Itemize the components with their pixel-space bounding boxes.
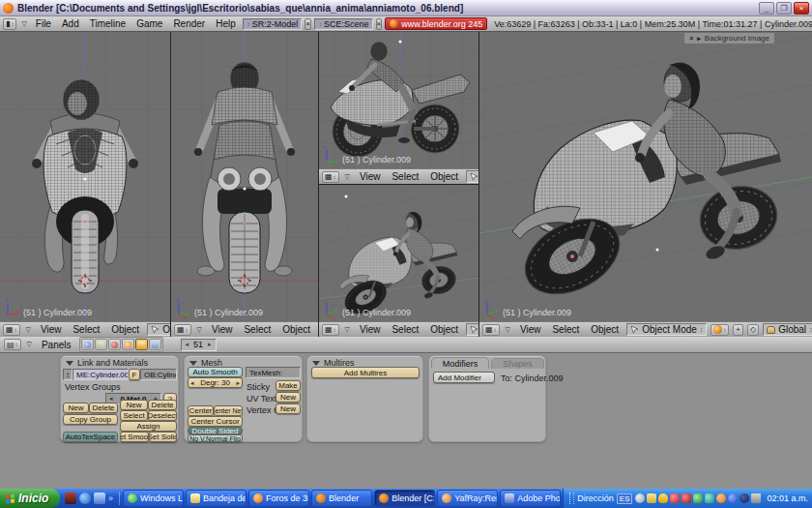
material-delete-button[interactable]: Delete (148, 400, 177, 410)
task-button-mail[interactable]: Bandeja de entrada -... (186, 490, 246, 507)
close-button[interactable]: × (794, 2, 809, 15)
frame-increment-icon[interactable]: ▸ (208, 341, 212, 348)
background-image-panel[interactable]: × ▸ Background Image (683, 32, 775, 45)
task-button-blender[interactable]: Blender (311, 490, 372, 507)
panel-collapse-icon[interactable] (312, 361, 320, 366)
coord-space-dropdown[interactable]: Global ↕ (763, 323, 812, 336)
frame-number-stepper[interactable]: ◂ 51 ▸ (181, 339, 217, 351)
quick-launch-icon-2[interactable] (79, 493, 91, 504)
center-button[interactable]: Center (188, 405, 214, 416)
deselect-button[interactable]: Deselect (148, 410, 177, 421)
editor-type-button[interactable]: ▦↕ (174, 324, 191, 336)
menu-timeline[interactable]: Timeline (90, 18, 126, 29)
center-new-button[interactable]: Center New (214, 405, 243, 416)
editor-type-button[interactable]: ▮↕ (3, 18, 16, 30)
header-collapse-icon[interactable]: ▽ (26, 326, 31, 334)
physics-context-icon[interactable] (149, 339, 161, 350)
degr-slider[interactable]: ◂Degr: 30▸ (188, 377, 243, 388)
frame-decrement-icon[interactable]: ◂ (186, 341, 189, 348)
vertex-color-new-button[interactable]: New (276, 403, 301, 414)
scene-selector[interactable]: ↕SCE:Scene (314, 18, 373, 30)
center-cursor-button[interactable]: Center Cursor (188, 416, 243, 427)
editor-type-button[interactable]: ▦↕ (322, 171, 339, 183)
language-indicator[interactable]: ES (617, 493, 633, 504)
editor-type-button[interactable]: ▦↕ (482, 324, 500, 336)
viewport-back-canvas[interactable]: z (51 ) Cylinder.009 (171, 32, 318, 321)
menu-game[interactable]: Game (136, 18, 162, 29)
direccion-toolbar-label[interactable]: Dirección (577, 493, 614, 503)
script-context-icon[interactable] (95, 339, 107, 350)
task-button-blender-file[interactable]: Blender [C:\Documen... (374, 490, 435, 507)
quick-launch-icon-3[interactable] (94, 493, 105, 504)
viewport-perspective-canvas[interactable]: × ▸ Background Image z (51 ) Cylinder.00… (479, 32, 812, 321)
tray-icon[interactable] (670, 493, 680, 503)
viewport-perspective-small-canvas[interactable]: z (51 ) Cylinder.009 (319, 185, 478, 321)
window-titlebar[interactable]: Blender [C:\Documents and Settings\jgl\E… (0, 0, 812, 16)
tray-icon[interactable] (693, 493, 703, 503)
copy-group-button[interactable]: Copy Group (63, 414, 118, 425)
set-smooth-button[interactable]: Set Smooth (120, 432, 149, 442)
tab-modifiers[interactable]: Modifiers (431, 357, 489, 369)
task-button-browser[interactable]: Foros de 3D Gazpach... (248, 490, 309, 507)
screen-selector[interactable]: ↕SR:2-Model (243, 18, 303, 30)
editor-type-button[interactable]: ▦↕ (322, 324, 339, 336)
tray-icon[interactable] (635, 493, 645, 503)
select-menu[interactable]: Select (392, 324, 419, 335)
viewport-back[interactable]: z (51 ) Cylinder.009 ▦↕ ▽ View Select Ob… (171, 32, 318, 337)
task-button-photoshop[interactable]: Adobe Photoshop (500, 490, 561, 507)
task-button-yafray[interactable]: YafRay:Render (437, 490, 498, 507)
tray-icon[interactable] (728, 493, 738, 503)
add-modifier-button[interactable]: Add Modifier (433, 372, 495, 383)
object-context-icon[interactable] (122, 339, 134, 350)
panel-close-icon[interactable]: × (689, 35, 693, 42)
menu-render[interactable]: Render (173, 18, 205, 29)
rotation-widget-button[interactable]: ◇ (747, 324, 759, 336)
tray-icon[interactable] (716, 493, 726, 503)
toolbar-grip[interactable] (569, 493, 574, 504)
object-menu[interactable]: Object (430, 171, 458, 182)
vgroup-new-button[interactable]: New (63, 403, 89, 413)
blender-version-link[interactable]: www.blender.org 245 (385, 17, 487, 30)
tray-icon[interactable] (682, 493, 691, 503)
double-sided-button[interactable]: Double Sided (188, 427, 243, 434)
view-menu[interactable]: View (41, 324, 62, 335)
select-menu[interactable]: Select (244, 324, 271, 335)
set-solid-button[interactable]: Set Solid (149, 432, 177, 442)
panel-collapse-icon[interactable] (66, 361, 73, 366)
tray-icon[interactable] (658, 493, 668, 503)
viewport-front-canvas[interactable]: z x (51 ) Cylinder.009 (0, 32, 170, 321)
material-new-button[interactable]: New (120, 400, 148, 410)
task-button-messenger[interactable]: Windows Live Messen... (123, 490, 184, 507)
object-menu[interactable]: Object (111, 324, 139, 335)
vgroup-delete-button[interactable]: Delete (89, 403, 118, 413)
auto-tex-space-button[interactable]: AutoTexSpace (63, 432, 118, 442)
menu-file[interactable]: File (36, 18, 51, 29)
quick-launch-icon-1[interactable] (65, 493, 76, 504)
me-browse-button[interactable]: ↕ (63, 369, 72, 380)
object-name-field[interactable]: OB:Cylinder.009 (140, 369, 177, 380)
select-menu[interactable]: Select (552, 324, 579, 335)
object-menu[interactable]: Object (282, 324, 310, 335)
select-button[interactable]: Select (120, 410, 148, 421)
editor-type-button[interactable]: ▦↕ (3, 324, 20, 336)
view-menu[interactable]: View (520, 324, 541, 335)
minimize-button[interactable]: _ (759, 2, 774, 15)
menu-add[interactable]: Add (62, 18, 79, 29)
menu-help[interactable]: Help (216, 18, 236, 29)
header-collapse-icon[interactable]: ▽ (345, 326, 350, 334)
tray-icon[interactable] (740, 493, 749, 503)
uv-texture-new-button[interactable]: New (276, 392, 301, 403)
object-menu[interactable]: Object (591, 324, 619, 335)
sticky-make-button[interactable]: Make (276, 380, 301, 391)
mode-dropdown[interactable]: Object Mode ↕ (147, 323, 170, 336)
header-collapse-icon[interactable]: ▽ (27, 341, 32, 348)
tab-shapes[interactable]: Shapes (491, 358, 544, 369)
mesh-name-field[interactable]: ME:Cylinder.009 (72, 369, 129, 380)
header-collapse-icon[interactable]: ▽ (21, 20, 26, 28)
shading-context-icon[interactable] (108, 339, 121, 350)
viewport-side-canvas[interactable]: z (51 ) Cylinder.009 (319, 32, 478, 168)
scene-close-button[interactable]: × (376, 18, 383, 30)
texmesh-field[interactable]: TexMesh: (246, 367, 301, 378)
add-multires-button[interactable]: Add Multires (311, 367, 420, 378)
viewport-perspective-large[interactable]: × ▸ Background Image z (51 ) Cylinder.00… (479, 32, 812, 337)
